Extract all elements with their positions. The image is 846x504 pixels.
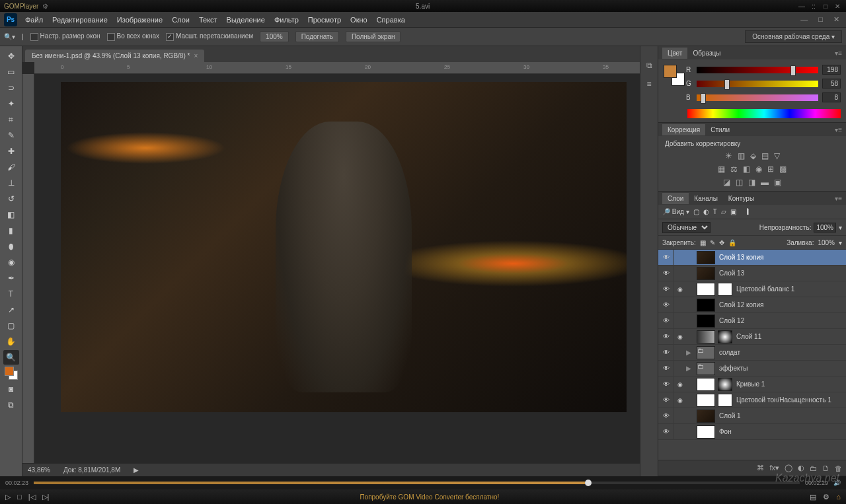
- menu-filter[interactable]: Фильтр: [274, 16, 299, 24]
- document-tab[interactable]: Без имени-1.psd @ 43.9% (Слой 13 копия, …: [25, 50, 204, 62]
- filter-adj-icon[interactable]: ◐: [703, 208, 709, 215]
- color-swatch[interactable]: [3, 366, 19, 380]
- brush-tool[interactable]: 🖌: [3, 160, 19, 174]
- menu-file[interactable]: Файл: [25, 16, 43, 24]
- type-tool[interactable]: T: [3, 287, 19, 301]
- full-screen-button[interactable]: Полный экран: [346, 31, 401, 42]
- panel-menu-icon[interactable]: ▾≡: [835, 195, 842, 202]
- lock-all-icon[interactable]: 🔒: [728, 239, 736, 246]
- delete-layer-icon[interactable]: 🗑: [835, 464, 842, 472]
- layer-name[interactable]: Фон: [718, 428, 846, 435]
- layer-thumbnail[interactable]: [697, 378, 715, 391]
- promo-message[interactable]: Попробуйте GOM Video Converter бесплатно…: [56, 493, 803, 501]
- selective-icon[interactable]: ▣: [774, 178, 781, 187]
- move-tool[interactable]: ✥: [3, 49, 19, 63]
- red-value[interactable]: 198: [822, 65, 841, 75]
- menu-window[interactable]: Окно: [350, 16, 367, 24]
- heal-tool[interactable]: ✚: [3, 144, 19, 159]
- layer-row[interactable]: 👁Слой 12: [658, 313, 846, 329]
- layer-thumbnail[interactable]: [697, 283, 715, 296]
- stop-icon[interactable]: □: [17, 493, 22, 501]
- paths-tab[interactable]: Контуры: [723, 193, 759, 204]
- canvas[interactable]: [61, 82, 627, 412]
- layer-name[interactable]: Цветовой баланс 1: [735, 285, 846, 293]
- panel-menu-icon[interactable]: ▾≡: [835, 50, 842, 57]
- adjustment-layer-icon[interactable]: ◐: [798, 464, 804, 472]
- layer-name[interactable]: солдат: [718, 349, 846, 356]
- zoom-tool[interactable]: 🔍: [3, 350, 19, 365]
- hand-tool[interactable]: ✋: [3, 334, 19, 349]
- layer-thumbnail[interactable]: [697, 330, 715, 343]
- menu-text[interactable]: Текст: [199, 16, 217, 24]
- layer-mask[interactable]: [718, 378, 732, 391]
- lookup-icon[interactable]: ▩: [779, 164, 787, 174]
- visibility-icon[interactable]: 👁: [658, 392, 674, 408]
- play-icon[interactable]: ▷: [5, 493, 11, 501]
- zoom-100-button[interactable]: 100%: [260, 31, 289, 42]
- path-tool[interactable]: ↗: [3, 303, 19, 317]
- posterize-icon[interactable]: ◫: [736, 178, 743, 187]
- vibrance-icon[interactable]: ▽: [774, 151, 780, 161]
- ps-max-icon[interactable]: □: [816, 15, 826, 24]
- green-slider[interactable]: [697, 81, 818, 87]
- green-value[interactable]: 58: [822, 79, 841, 89]
- layer-thumbnail[interactable]: [697, 425, 715, 439]
- brightness-icon[interactable]: ☀: [725, 151, 732, 161]
- photo-filter-icon[interactable]: ◉: [755, 164, 762, 174]
- screenmode-tool[interactable]: ⧉: [3, 398, 19, 412]
- fill-input[interactable]: 100%: [818, 239, 835, 246]
- visibility-icon[interactable]: 👁: [658, 250, 674, 265]
- layer-thumbnail[interactable]: [697, 314, 715, 328]
- layer-row[interactable]: 👁◉Цветовой тон/Насыщенность 1: [658, 392, 846, 408]
- menu-view[interactable]: Просмотр: [308, 16, 341, 24]
- next-icon[interactable]: ▷|: [42, 493, 50, 501]
- fx-icon[interactable]: fx▾: [769, 464, 779, 472]
- visibility-icon[interactable]: 👁: [658, 408, 674, 423]
- layer-row[interactable]: 👁Слой 13: [658, 266, 846, 281]
- menu-help[interactable]: Справка: [377, 16, 405, 24]
- blue-value[interactable]: 8: [822, 92, 841, 102]
- seek-slider[interactable]: [34, 482, 800, 484]
- red-slider[interactable]: [697, 67, 818, 73]
- filter-toggle[interactable]: ⏽: [744, 208, 751, 215]
- ps-close-icon[interactable]: ✕: [831, 15, 842, 24]
- layer-thumbnail[interactable]: [697, 394, 715, 407]
- color-spectrum[interactable]: [687, 109, 841, 118]
- history-brush-tool[interactable]: ↺: [3, 192, 19, 206]
- folder-toggle-icon[interactable]: ▶: [686, 365, 694, 372]
- visibility-icon[interactable]: 👁: [658, 266, 674, 281]
- levels-icon[interactable]: ▥: [738, 151, 745, 161]
- layer-row[interactable]: 👁◉Слой 11: [658, 329, 846, 345]
- blue-slider[interactable]: [697, 94, 818, 101]
- zoom-tool-icon[interactable]: 🔍▾: [4, 33, 15, 40]
- filter-shape-icon[interactable]: ▱: [721, 208, 726, 215]
- layer-row[interactable]: 👁▶🗀солдат: [658, 345, 846, 361]
- fit-screen-button[interactable]: Подогнать: [295, 31, 339, 42]
- layer-name[interactable]: Слой 13 копия: [718, 254, 846, 261]
- history-icon[interactable]: ⧉: [642, 59, 656, 71]
- group-icon[interactable]: 🗀: [810, 464, 817, 472]
- min-icon[interactable]: —: [797, 2, 806, 10]
- blur-tool[interactable]: ⬮: [3, 239, 19, 254]
- eraser-tool[interactable]: ◧: [3, 207, 19, 222]
- layers-tab[interactable]: Слои: [662, 193, 689, 204]
- layer-thumbnail[interactable]: [697, 410, 715, 423]
- gradient-tool[interactable]: ▮: [3, 223, 19, 238]
- lock-pixels-icon[interactable]: ✎: [710, 239, 715, 246]
- layer-thumbnail[interactable]: [697, 267, 715, 280]
- layer-mask[interactable]: [718, 330, 732, 343]
- curves-icon[interactable]: ⬙: [750, 151, 756, 161]
- visibility-icon[interactable]: 👁: [658, 329, 674, 344]
- eyedropper-tool[interactable]: ✎: [3, 128, 19, 143]
- layer-row[interactable]: 👁Фон: [658, 424, 846, 440]
- layer-name[interactable]: Слой 12: [718, 317, 846, 324]
- layer-row[interactable]: 👁Слой 1: [658, 408, 846, 424]
- layer-row[interactable]: 👁Слой 13 копия: [658, 250, 846, 266]
- dodge-tool[interactable]: ◉: [3, 255, 19, 270]
- visibility-icon[interactable]: 👁: [658, 377, 674, 392]
- visibility-icon[interactable]: 👁: [658, 297, 674, 312]
- lasso-tool[interactable]: ⊃: [3, 81, 19, 95]
- filter-pixel-icon[interactable]: ▢: [693, 208, 699, 215]
- link-layers-icon[interactable]: ⌘: [757, 464, 764, 472]
- actions-icon[interactable]: ≡: [642, 78, 656, 90]
